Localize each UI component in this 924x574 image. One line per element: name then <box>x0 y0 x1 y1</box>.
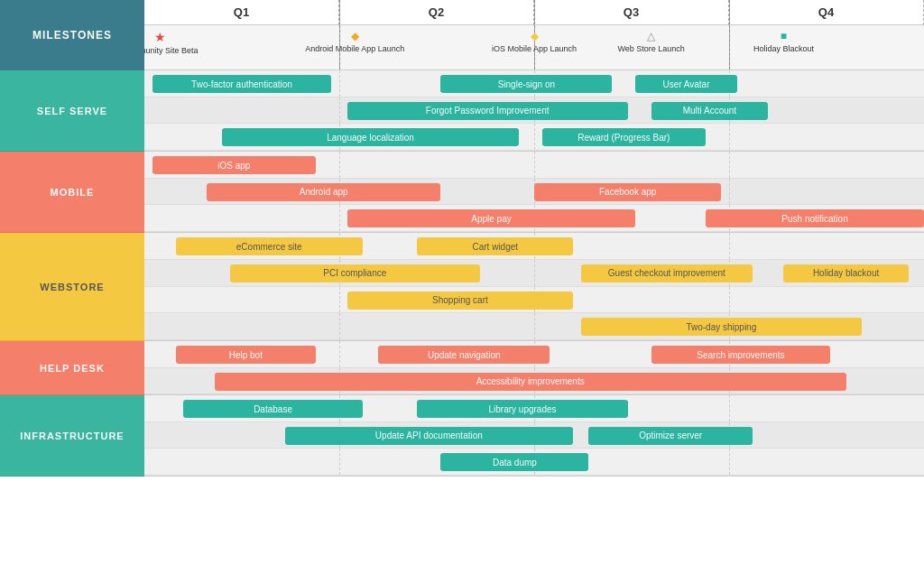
section-label-infrastructure: INFRASTRUCTURE <box>0 395 144 477</box>
milestone-item: ◆Android Mobile App Launch <box>305 30 404 53</box>
gantt-bar: Android app <box>207 183 440 201</box>
gantt-row: Apple payPush notification <box>144 205 924 232</box>
quarter-q4: Q4 <box>729 0 924 25</box>
gantt-bar: Two-day shipping <box>581 318 862 336</box>
gantt-bar: Update API documentation <box>285 427 574 445</box>
gantt-row: Update API documentationOptimize server <box>144 422 924 449</box>
gantt-bar: Push notification <box>706 209 924 227</box>
milestones-label: MILESTONES <box>0 0 144 70</box>
gantt-row: eCommerce siteCart widget <box>144 233 924 260</box>
gantt-bar: Data dump <box>440 453 588 471</box>
gantt-row: Accessibility improvements <box>144 368 924 395</box>
milestones-row: ★Community Site Beta◆Android Mobile App … <box>144 25 924 70</box>
gantt-bar: PCI compliance <box>230 264 479 282</box>
gantt-bar: Accessibility improvements <box>215 373 846 391</box>
gantt-bar: Guest checkout improvement <box>581 264 753 282</box>
gantt-bar: Search improvements <box>651 346 831 364</box>
gantt-bar: Language localization <box>222 128 518 146</box>
quarter-q2: Q2 <box>339 0 534 25</box>
milestone-item: ◆iOS Mobile App Launch <box>492 30 577 53</box>
gantt-bar: iOS app <box>152 156 316 174</box>
gantt-row: Data dump <box>144 449 924 476</box>
gantt-bar: Apple pay <box>347 209 636 227</box>
section-rows-2: eCommerce siteCart widgetPCI complianceG… <box>144 233 924 341</box>
milestone-item: ■Holiday Blackout <box>753 30 814 53</box>
gantt-bar: Facebook app <box>534 183 721 201</box>
gantt-bar: Holiday blackout <box>783 264 908 282</box>
section-rows-1: iOS appAndroid appFacebook appApple payP… <box>144 152 924 233</box>
quarter-q3: Q3 <box>534 0 729 25</box>
gantt-row: Two-day shipping <box>144 313 924 340</box>
gantt-row: Android appFacebook app <box>144 179 924 206</box>
gantt-bar: Forgot Password Improvement <box>347 102 628 120</box>
section-rows-0: Two-factor authenticationSingle-sign onU… <box>144 70 924 152</box>
gantt-bar: Reward (Progress Bar) <box>542 128 706 146</box>
gantt-row: PCI complianceGuest checkout improvement… <box>144 260 924 287</box>
gantt-bar: eCommerce site <box>176 237 363 255</box>
gantt-bar: Single-sign on <box>440 75 612 93</box>
gantt-row: Forgot Password ImprovementMulti Account <box>144 97 924 125</box>
gantt-bar: Library upgrades <box>417 400 627 418</box>
gantt-row: iOS app <box>144 152 924 179</box>
quarter-q1: Q1 <box>144 0 339 25</box>
gantt-bar: Multi Account <box>651 102 769 120</box>
gantt-row: Shopping cart <box>144 287 924 314</box>
gantt-bar: Help bot <box>176 346 317 364</box>
gantt-row: DatabaseLibrary upgrades <box>144 395 924 422</box>
gantt-container: MILESTONES SELF SERVEMOBILEWEBSTOREHELP … <box>0 0 924 574</box>
gantt-bar: Optimize server <box>588 427 752 445</box>
section-label-mobile: MOBILE <box>0 152 144 233</box>
milestone-item: ★Community Site Beta <box>144 30 199 55</box>
gantt-row: Language localizationReward (Progress Ba… <box>144 124 924 151</box>
section-label-selfserve: SELF SERVE <box>0 70 144 152</box>
gantt-bar: User Avatar <box>635 75 736 93</box>
gantt-bar: Database <box>183 400 363 418</box>
milestone-item: △Web Store Launch <box>617 30 684 53</box>
quarter-header: Q1Q2Q3Q4 <box>144 0 924 25</box>
gantt-row: Help botUpdate navigationSearch improvem… <box>144 341 924 368</box>
gantt-bar: Shopping cart <box>347 292 574 310</box>
section-rows-3: Help botUpdate navigationSearch improvem… <box>144 341 924 395</box>
section-label-webstore: WEBSTORE <box>0 233 144 341</box>
gantt-bar: Update navigation <box>378 346 550 364</box>
gantt-row: Two-factor authenticationSingle-sign onU… <box>144 70 924 97</box>
gantt-bar: Two-factor authentication <box>152 75 332 93</box>
section-rows-4: DatabaseLibrary upgradesUpdate API docum… <box>144 395 924 477</box>
gantt-bar: Cart widget <box>417 237 573 255</box>
section-label-helpdesk: HELP DESK <box>0 341 144 395</box>
